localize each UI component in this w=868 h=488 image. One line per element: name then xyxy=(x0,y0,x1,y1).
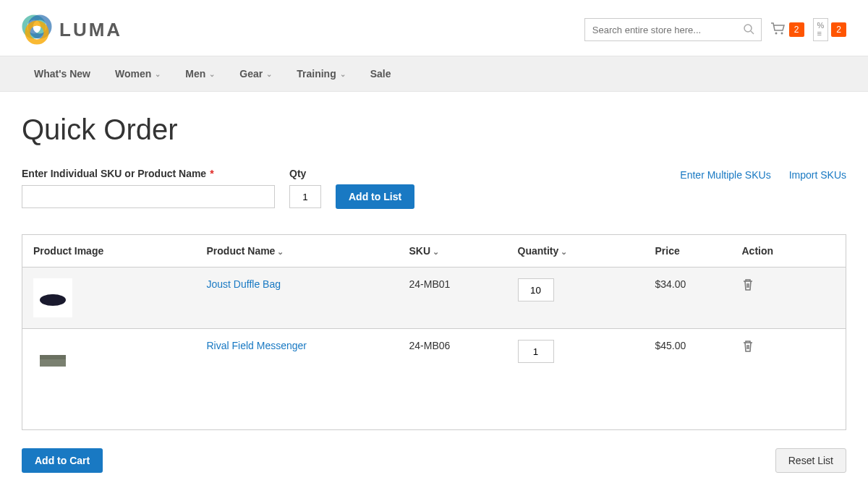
delete-row-button[interactable] xyxy=(742,280,754,294)
search-box xyxy=(584,18,762,41)
product-thumb xyxy=(33,340,72,379)
svg-point-5 xyxy=(775,32,777,34)
logo-icon xyxy=(22,14,52,45)
price-cell: $34.00 xyxy=(644,267,731,329)
enter-multiple-skus-link[interactable]: Enter Multiple SKUs xyxy=(680,169,770,181)
search-input[interactable] xyxy=(584,18,762,41)
import-skus-link[interactable]: Import SKUs xyxy=(789,169,846,181)
page-title: Quick Order xyxy=(22,114,846,146)
product-name-link[interactable]: Joust Duffle Bag xyxy=(207,278,281,290)
main-nav: What's New Women⌄ Men⌄ Gear⌄ Training⌄ S… xyxy=(22,56,846,91)
nav-label: Women xyxy=(115,68,151,80)
nav-women[interactable]: Women⌄ xyxy=(103,68,173,80)
th-image: Product Image xyxy=(22,235,196,267)
chevron-down-icon: ⌄ xyxy=(561,247,567,256)
add-to-cart-button[interactable]: Add to Cart xyxy=(22,448,103,473)
svg-point-7 xyxy=(40,294,66,306)
nav-gear[interactable]: Gear⌄ xyxy=(227,68,284,80)
cart-count-badge: 2 xyxy=(789,22,804,37)
cart-icon xyxy=(770,22,786,38)
sku-label: Enter Individual SKU or Product Name* xyxy=(22,168,275,179)
chevron-down-icon: ⌄ xyxy=(340,70,346,78)
logo[interactable]: LUMA xyxy=(22,14,122,45)
nav-label: Men xyxy=(185,68,205,80)
row-qty-input[interactable] xyxy=(518,278,554,301)
chevron-down-icon: ⌄ xyxy=(277,247,284,256)
svg-point-3 xyxy=(744,25,752,32)
product-thumb xyxy=(33,278,72,317)
qty-input[interactable] xyxy=(289,185,321,208)
nav-label: Sale xyxy=(370,68,391,80)
nav-training[interactable]: Training⌄ xyxy=(284,68,357,80)
table-row: Rival Field Messenger 24-MB06 $45.00 xyxy=(22,329,846,430)
brand-name: LUMA xyxy=(59,19,122,41)
row-qty-input[interactable] xyxy=(518,340,554,363)
product-name-link[interactable]: Rival Field Messenger xyxy=(207,340,307,351)
nav-men[interactable]: Men⌄ xyxy=(173,68,227,80)
svg-line-4 xyxy=(751,31,754,34)
nav-whats-new[interactable]: What's New xyxy=(22,68,103,80)
sku-cell: 24-MB06 xyxy=(399,329,507,430)
th-qty[interactable]: Quantity⌄ xyxy=(507,235,644,267)
nav-label: Training xyxy=(297,68,336,80)
nav-label: Gear xyxy=(239,68,263,80)
th-sku[interactable]: SKU⌄ xyxy=(399,235,507,267)
sku-cell: 24-MB01 xyxy=(399,267,507,329)
nav-label: What's New xyxy=(34,68,90,80)
search-icon[interactable] xyxy=(744,24,754,37)
svg-rect-9 xyxy=(40,355,66,359)
compare-widget[interactable]: %≡ 2 xyxy=(813,18,846,41)
svg-point-6 xyxy=(780,32,783,34)
th-price: Price xyxy=(644,235,731,267)
th-name[interactable]: Product Name⌄ xyxy=(196,235,399,267)
order-table: Product Image Product Name⌄ SKU⌄ Quantit… xyxy=(22,234,846,430)
reset-list-button[interactable]: Reset List xyxy=(775,448,846,473)
th-action: Action xyxy=(731,235,846,267)
compare-count-badge: 2 xyxy=(831,22,846,37)
qty-label: Qty xyxy=(289,168,321,179)
cart-widget[interactable]: 2 xyxy=(770,22,804,38)
chevron-down-icon: ⌄ xyxy=(266,70,272,78)
chevron-down-icon: ⌄ xyxy=(155,70,161,78)
compare-icon: %≡ xyxy=(813,18,829,41)
price-cell: $45.00 xyxy=(644,329,731,430)
nav-sale[interactable]: Sale xyxy=(358,68,404,80)
chevron-down-icon: ⌄ xyxy=(209,70,215,78)
delete-row-button[interactable] xyxy=(742,341,754,356)
chevron-down-icon: ⌄ xyxy=(433,247,439,256)
sku-input[interactable] xyxy=(22,185,275,208)
table-row: Joust Duffle Bag 24-MB01 $34.00 xyxy=(22,267,846,329)
add-to-list-button[interactable]: Add to List xyxy=(336,184,414,209)
